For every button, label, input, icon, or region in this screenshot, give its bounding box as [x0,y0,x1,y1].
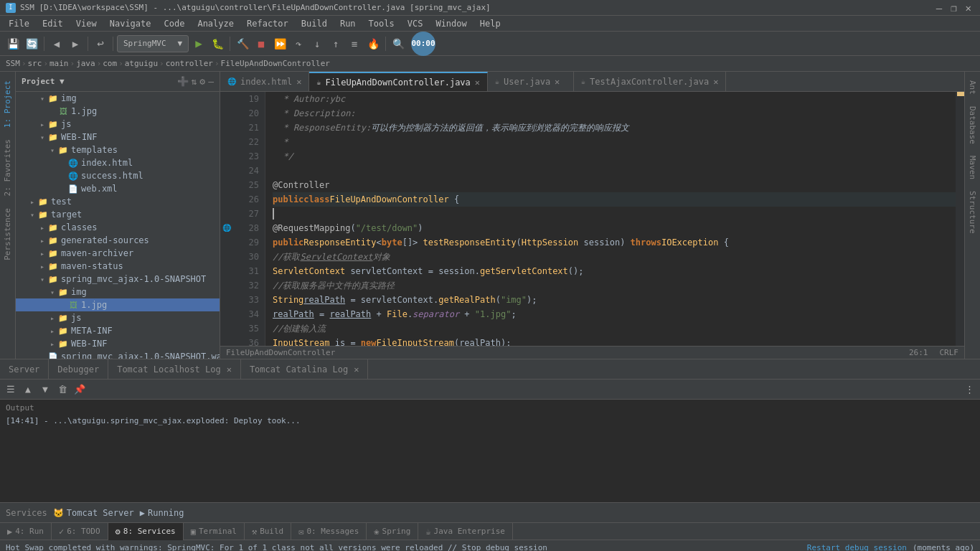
menu-item-edit[interactable]: Edit [37,17,69,30]
code-content[interactable]: * Author:ybc * Description: * ResponseEn… [265,92,956,346]
strip-tab-Java-Enterprise[interactable]: ☕Java Enterprise [418,523,513,540]
tree-item-templates[interactable]: ▾📁templates [16,143,220,156]
minimize-button[interactable]: — [933,2,945,14]
breadcrumb-com[interactable]: com [103,59,117,68]
ant-panel-tab[interactable]: Ant [966,75,979,100]
tree-item-spring_mvc_ajax-1.0-wa[interactable]: 📄spring_mvc_ajax-1.0-SNAPSHOT.wa... [16,350,220,359]
back-button[interactable]: ◀ [48,35,65,52]
favorites-panel-tab[interactable]: 2: Favorites [1,133,14,202]
editor-tab-index-html[interactable]: 🌐index.html✕ [220,72,309,91]
menu-item-help[interactable]: Help [474,17,507,30]
save-all-button[interactable]: 💾 [4,35,22,52]
undo-button[interactable]: ↩ [92,35,109,52]
sidebar-add-icon[interactable]: ➕ [177,76,189,87]
sidebar-collapse-icon[interactable]: — [208,76,214,87]
tree-item-js[interactable]: ▸📁js [16,118,220,131]
maximize-button[interactable]: ❐ [948,2,959,14]
breadcrumb-ssm[interactable]: SSM [6,59,20,68]
sidebar-sort-icon[interactable]: ⇅ [192,76,197,87]
tree-item-maven-archiver[interactable]: ▸📁maven-archiver [16,247,220,260]
tree-item-test[interactable]: ▸📁test [16,195,220,208]
debug-button[interactable]: 🐛 [209,35,226,52]
step-over-button[interactable]: ↷ [290,35,307,52]
tab-close-button[interactable]: ✕ [475,77,480,88]
strip-tab-4--Run[interactable]: ▶4: Run [0,523,52,540]
database-panel-tab[interactable]: Database [966,100,979,150]
close-button[interactable]: ✕ [963,2,974,14]
menu-item-view[interactable]: View [70,17,103,30]
tree-item-WEB-INF[interactable]: ▾📁WEB-INF [16,131,220,143]
tree-item-index.html[interactable]: 🌐index.html [16,156,220,169]
tree-item-web.xml[interactable]: 📄web.xml [16,182,220,195]
menu-item-refactor[interactable]: Refactor [241,17,294,30]
tab-close-button[interactable]: ✕ [296,77,301,87]
editor-tab-TestAjaxController-java[interactable]: ☕TestAjaxController.java✕ [574,72,726,91]
strip-tab-6--TODO[interactable]: ✓6: TODO [52,523,108,540]
tree-item-1jpg2[interactable]: 🖼1.jpg [16,298,220,311]
tree-item-1jpg[interactable]: 🖼1.jpg [16,105,220,118]
project-panel-tab[interactable]: 1: Project [1,75,14,133]
strip-tab-8--Services[interactable]: ⚙8: Services [108,523,184,540]
bottom-tab-Server[interactable]: Server [0,359,49,379]
bottom-toolbar-clear[interactable]: 🗑 [55,382,70,397]
breadcrumb-src[interactable]: src [28,59,42,68]
editor-tab-User-java[interactable]: ☕User.java✕ [488,72,574,91]
tree-item-classes[interactable]: ▸📁classes [16,221,220,234]
menu-item-navigate[interactable]: Navigate [104,17,157,30]
structure-panel-tab[interactable]: Structure [966,185,979,240]
tree-item-WEB-INF2[interactable]: ▸📁WEB-INF [16,337,220,350]
step-into-button[interactable]: ↓ [308,35,326,52]
persistence-panel-tab[interactable]: Persistence [1,202,14,266]
menu-item-file[interactable]: File [3,17,35,30]
editor-tab-FileUpAndDownController-java[interactable]: ☕FileUpAndDownController.java✕ [309,72,488,91]
menu-item-analyze[interactable]: Analyze [192,17,240,30]
bottom-tab-Tomcat-Localhost-Log[interactable]: Tomcat Localhost Log ✕ [108,359,241,379]
breadcrumb-main[interactable]: main [50,59,69,68]
bottom-tab-Debugger[interactable]: Debugger [49,359,108,379]
run-button[interactable]: ▶ [190,35,207,52]
sidebar-settings-icon[interactable]: ⚙ [199,76,205,87]
bottom-toolbar-filter[interactable]: ☰ [3,382,19,397]
tree-item-img2[interactable]: ▾📁img [16,286,220,298]
breadcrumb-java[interactable]: java [76,59,95,68]
tree-item-target[interactable]: ▾📁target [16,208,220,221]
breadcrumb-atguigu[interactable]: atguigu [125,59,158,68]
build-button[interactable]: 🔨 [234,35,251,52]
search-button[interactable]: 🔍 [390,35,407,52]
forward-button[interactable]: ▶ [67,35,84,52]
strip-tab-Spring[interactable]: ❀Spring [367,523,418,540]
run-config-dropdown[interactable]: SpringMVC ▼ [117,35,189,52]
tree-item-js2[interactable]: ▸📁js [16,311,220,324]
step-out-button[interactable]: ↑ [327,35,344,52]
bottom-toolbar-scroll-up[interactable]: ▲ [20,382,36,397]
breadcrumb-controller[interactable]: controller [166,59,213,68]
menu-item-tools[interactable]: Tools [363,17,400,30]
bottom-toolbar-scroll-down[interactable]: ▼ [37,382,53,397]
tree-item-META-INF[interactable]: ▸📁META-INF [16,324,220,337]
tree-item-maven-status[interactable]: ▸📁maven-status [16,260,220,273]
tree-item-img[interactable]: ▾📁img [16,92,220,105]
strip-tab-0--Messages[interactable]: ✉0: Messages [291,523,367,540]
tree-item-generated-sources[interactable]: ▸📁generated-sources [16,234,220,247]
evaluate-button[interactable]: ≡ [346,35,363,52]
tab-close-button[interactable]: ✕ [713,77,718,87]
menu-item-vcs[interactable]: VCS [402,17,429,30]
menu-item-build[interactable]: Build [296,17,333,30]
strip-tab-Terminal[interactable]: ▣Terminal [184,523,245,540]
resume-button[interactable]: ⏩ [271,35,288,52]
bottom-tab-Tomcat-Catalina-Log[interactable]: Tomcat Catalina Log ✕ [241,359,369,379]
menu-item-run[interactable]: Run [334,17,362,30]
sync-button[interactable]: 🔄 [23,35,40,52]
tab-close-button[interactable]: ✕ [555,77,560,87]
strip-tab-Build[interactable]: ⚒Build [245,523,291,540]
restart-debug-link[interactable]: Restart debug session [807,543,907,551]
code-editor[interactable]: 🌐 19202122232425262728293031323334353637… [220,92,964,346]
tomcat-server-item[interactable]: 🐱 Tomcat Server [53,508,134,518]
stop-button[interactable]: ■ [253,35,270,52]
menu-item-window[interactable]: Window [430,17,472,30]
hotswap-button[interactable]: 🔥 [364,35,382,52]
bottom-tab-close[interactable]: ✕ [354,364,359,375]
menu-item-code[interactable]: Code [159,17,191,30]
tree-item-spring_mvc_ajax-1.0-SNAPSHOT[interactable]: ▾📁spring_mvc_ajax-1.0-SNAPSHOT [16,273,220,286]
bottom-tab-close[interactable]: ✕ [227,364,232,375]
